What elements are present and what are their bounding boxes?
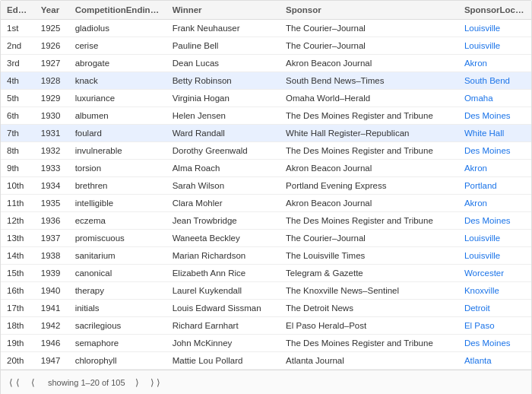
cell-location: Louisville <box>458 20 531 37</box>
col-header-location: SponsorLocation <box>458 1 531 20</box>
cell-sponsor: The Des Moines Register and Tribune <box>280 142 458 160</box>
cell-word: brethren <box>69 177 166 195</box>
cell-winner: Betty Robinson <box>166 72 280 90</box>
cell-sponsor: The Des Moines Register and Tribune <box>280 212 458 230</box>
cell-winner: Waneeta Beckley <box>166 230 280 247</box>
cell-winner: Dean Lucas <box>166 55 280 72</box>
cell-word: cerise <box>69 37 166 55</box>
cell-location: Akron <box>458 160 531 177</box>
first-page-button[interactable]: ⟨ ⟨ <box>7 375 22 390</box>
prev-page-button[interactable]: ⟨ <box>25 375 40 390</box>
table-row[interactable]: 1st1925gladiolusFrank NeuhauserThe Couri… <box>1 20 531 37</box>
cell-edition: 5th <box>1 90 35 107</box>
cell-edition: 17th <box>1 300 35 317</box>
cell-year: 1928 <box>35 72 69 90</box>
cell-sponsor: Atlanta Journal <box>280 352 458 370</box>
cell-sponsor: The Louisville Times <box>280 247 458 265</box>
cell-year: 1934 <box>35 177 69 195</box>
cell-sponsor: Akron Beacon Journal <box>280 55 458 72</box>
table-footer: ⟨ ⟨ ⟨ showing 1–20 of 105 ⟩ ⟩ ⟩ <box>1 370 531 394</box>
cell-location: Worcester <box>458 265 531 282</box>
cell-location: El Paso <box>458 317 531 335</box>
next-page-button[interactable]: ⟩ <box>130 375 145 390</box>
cell-year: 1942 <box>35 317 69 335</box>
col-header-winner: Winner <box>166 1 280 20</box>
cell-winner: John McKinney <box>166 335 280 352</box>
table-row[interactable]: 5th1929luxurianceVirginia HoganOmaha Wor… <box>1 90 531 107</box>
cell-location: Des Moines <box>458 142 531 160</box>
cell-year: 1929 <box>35 90 69 107</box>
cell-winner: Dorothy Greenwald <box>166 142 280 160</box>
table-row[interactable]: 19th1946semaphoreJohn McKinneyThe Des Mo… <box>1 335 531 352</box>
last-page-button[interactable]: ⟩ ⟩ <box>148 375 163 390</box>
table-row[interactable]: 6th1930albumenHelen JensenThe Des Moines… <box>1 107 531 125</box>
cell-location: Des Moines <box>458 107 531 125</box>
cell-year: 1933 <box>35 160 69 177</box>
cell-location: Louisville <box>458 230 531 247</box>
cell-location: Knoxville <box>458 282 531 300</box>
table-row[interactable]: 12th1936eczemaJean TrowbridgeThe Des Moi… <box>1 212 531 230</box>
cell-word: torsion <box>69 160 166 177</box>
table-row[interactable]: 15th1939canonicalElizabeth Ann RiceTeleg… <box>1 265 531 282</box>
cell-word: chlorophyll <box>69 352 166 370</box>
cell-winner: Mattie Lou Pollard <box>166 352 280 370</box>
table-row[interactable]: 7th1931foulardWard RandallWhite Hall Reg… <box>1 125 531 142</box>
cell-location: White Hall <box>458 125 531 142</box>
cell-word: therapy <box>69 282 166 300</box>
cell-word: sacrilegious <box>69 317 166 335</box>
cell-year: 1946 <box>35 335 69 352</box>
cell-word: initials <box>69 300 166 317</box>
table-container: EditionYearCompetitionEndingWordWinnerSp… <box>0 0 532 394</box>
cell-winner: Louis Edward Sissman <box>166 300 280 317</box>
table-row[interactable]: 9th1933torsionAlma RoachAkron Beacon Jou… <box>1 160 531 177</box>
cell-winner: Richard Earnhart <box>166 317 280 335</box>
cell-sponsor: The Courier–Journal <box>280 230 458 247</box>
table-row[interactable]: 18th1942sacrilegiousRichard EarnhartEl P… <box>1 317 531 335</box>
cell-winner: Laurel Kuykendall <box>166 282 280 300</box>
cell-edition: 16th <box>1 282 35 300</box>
cell-year: 1926 <box>35 37 69 55</box>
cell-sponsor: Portland Evening Express <box>280 177 458 195</box>
cell-winner: Clara Mohler <box>166 195 280 212</box>
table-row[interactable]: 11th1935intelligibleClara MohlerAkron Be… <box>1 195 531 212</box>
table-row[interactable]: 10th1934brethrenSarah WilsonPortland Eve… <box>1 177 531 195</box>
cell-word: sanitarium <box>69 247 166 265</box>
col-header-word: CompetitionEndingWord <box>69 1 166 20</box>
cell-location: Omaha <box>458 90 531 107</box>
cell-winner: Pauline Bell <box>166 37 280 55</box>
cell-edition: 3rd <box>1 55 35 72</box>
table-row[interactable]: 4th1928knackBetty RobinsonSouth Bend New… <box>1 72 531 90</box>
cell-location: Akron <box>458 55 531 72</box>
cell-location: Louisville <box>458 37 531 55</box>
table-row[interactable]: 20th1947chlorophyllMattie Lou PollardAtl… <box>1 352 531 370</box>
cell-edition: 7th <box>1 125 35 142</box>
table-row[interactable]: 17th1941initialsLouis Edward SissmanThe … <box>1 300 531 317</box>
cell-word: gladiolus <box>69 20 166 37</box>
cell-location: Des Moines <box>458 335 531 352</box>
cell-sponsor: The Courier–Journal <box>280 20 458 37</box>
table-row[interactable]: 13th1937promiscuousWaneeta BeckleyThe Co… <box>1 230 531 247</box>
cell-sponsor: South Bend News–Times <box>280 72 458 90</box>
cell-year: 1941 <box>35 300 69 317</box>
cell-year: 1947 <box>35 352 69 370</box>
cell-edition: 20th <box>1 352 35 370</box>
cell-word: foulard <box>69 125 166 142</box>
cell-sponsor: Akron Beacon Journal <box>280 160 458 177</box>
cell-word: promiscuous <box>69 230 166 247</box>
cell-year: 1940 <box>35 282 69 300</box>
table-row[interactable]: 8th1932invulnerableDorothy GreenwaldThe … <box>1 142 531 160</box>
cell-edition: 2nd <box>1 37 35 55</box>
table-row[interactable]: 16th1940therapyLaurel KuykendallThe Knox… <box>1 282 531 300</box>
table-row[interactable]: 2nd1926cerisePauline BellThe Courier–Jou… <box>1 37 531 55</box>
cell-location: Akron <box>458 195 531 212</box>
cell-sponsor: Omaha World–Herald <box>280 90 458 107</box>
table-row[interactable]: 14th1938sanitariumMarian RichardsonThe L… <box>1 247 531 265</box>
cell-edition: 13th <box>1 230 35 247</box>
cell-year: 1927 <box>35 55 69 72</box>
cell-sponsor: The Knoxville News–Sentinel <box>280 282 458 300</box>
cell-year: 1939 <box>35 265 69 282</box>
data-table: EditionYearCompetitionEndingWordWinnerSp… <box>1 1 531 370</box>
cell-year: 1937 <box>35 230 69 247</box>
table-row[interactable]: 3rd1927abrogateDean LucasAkron Beacon Jo… <box>1 55 531 72</box>
cell-sponsor: The Detroit News <box>280 300 458 317</box>
